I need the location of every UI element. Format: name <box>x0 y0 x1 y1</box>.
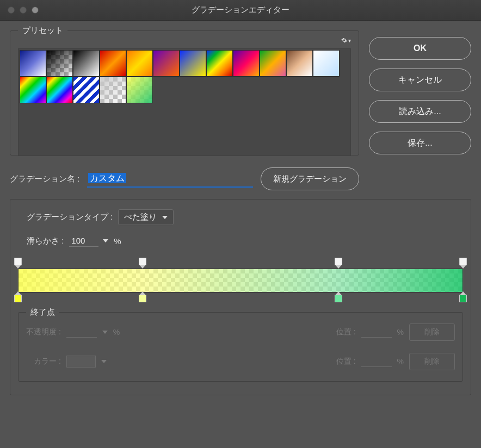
color-well <box>66 356 96 368</box>
opacity-label: 不透明度 : <box>26 327 61 337</box>
percent-label: % <box>397 328 404 337</box>
preset-swatch[interactable] <box>260 50 286 77</box>
preset-swatch[interactable] <box>180 50 206 77</box>
load-button[interactable]: 読み込み... <box>369 100 471 123</box>
chevron-down-icon <box>101 360 107 363</box>
color-stop[interactable] <box>139 295 146 302</box>
close-window-button[interactable] <box>8 7 15 14</box>
smoothness-label: 滑らかさ : <box>27 236 64 246</box>
preset-swatch[interactable] <box>233 50 260 77</box>
color-position-input <box>361 356 392 367</box>
opacity-stop[interactable] <box>14 258 22 265</box>
preset-swatch[interactable] <box>126 77 153 103</box>
gradient-name-label: グラデーション名 : <box>10 174 79 184</box>
preset-swatch[interactable] <box>126 50 153 77</box>
gradient-type-group: グラデーションタイプ : べた塗り 滑らかさ : % 終了点 不透明度 : <box>10 199 471 395</box>
chevron-down-icon[interactable] <box>103 239 108 242</box>
traffic-lights <box>0 7 39 14</box>
new-gradient-button[interactable]: 新規グラデーション <box>261 167 359 190</box>
minimize-window-button[interactable] <box>20 7 27 14</box>
percent-label: % <box>114 237 121 246</box>
preset-swatch[interactable] <box>286 50 313 77</box>
preset-swatch[interactable] <box>46 77 73 103</box>
presets-group: プリセット ▾ <box>10 30 359 155</box>
presets-legend: プリセット <box>18 26 67 36</box>
gradient-type-label: グラデーションタイプ : <box>27 212 113 222</box>
preset-swatch[interactable] <box>153 50 180 77</box>
preset-swatch[interactable] <box>313 50 340 77</box>
smoothness-input[interactable] <box>69 235 98 247</box>
preset-swatch[interactable] <box>46 50 73 77</box>
chevron-down-icon <box>102 331 108 334</box>
endpoints-group: 終了点 不透明度 : % 位置 : % 削除 カラー : 位置 : % <box>18 312 463 382</box>
opacity-stop[interactable] <box>139 258 146 265</box>
preset-swatch[interactable] <box>100 50 126 77</box>
color-label: カラー : <box>34 357 61 366</box>
percent-label: % <box>397 357 404 366</box>
preset-swatch[interactable] <box>73 50 100 77</box>
gradient-name-input[interactable]: カスタム <box>87 171 253 188</box>
preset-list[interactable] <box>18 48 351 156</box>
opacity-input <box>66 327 97 338</box>
color-stop[interactable] <box>459 295 467 302</box>
color-stop[interactable] <box>335 295 342 302</box>
position-label: 位置 : <box>336 327 356 337</box>
preset-swatch[interactable] <box>73 77 100 103</box>
opacity-stop[interactable] <box>335 258 342 265</box>
position-label: 位置 : <box>336 357 356 366</box>
opacity-stops-track[interactable] <box>18 257 463 269</box>
endpoints-legend: 終了点 <box>26 307 59 318</box>
preset-swatch[interactable] <box>100 77 126 103</box>
color-stops-track[interactable] <box>18 293 463 304</box>
window-title: グラデーションエディター <box>0 5 481 15</box>
cancel-button[interactable]: キャンセル <box>369 69 471 91</box>
chevron-down-icon <box>162 216 168 219</box>
percent-label: % <box>113 328 120 337</box>
gradient-type-select[interactable]: べた塗り <box>118 209 174 225</box>
gradient-bar[interactable] <box>18 269 463 293</box>
opacity-position-input <box>361 327 392 338</box>
color-stop[interactable] <box>14 295 22 302</box>
titlebar: グラデーションエディター <box>0 0 481 21</box>
preset-swatch[interactable] <box>20 50 46 77</box>
gradient-editor <box>18 257 463 304</box>
delete-color-stop-button: 削除 <box>409 353 455 370</box>
preset-swatch[interactable] <box>20 77 46 103</box>
delete-opacity-stop-button: 削除 <box>409 323 455 341</box>
zoom-window-button[interactable] <box>32 7 39 14</box>
opacity-stop[interactable] <box>459 258 467 265</box>
gear-icon[interactable]: ▾ <box>341 35 351 45</box>
ok-button[interactable]: OK <box>369 37 471 60</box>
preset-swatch[interactable] <box>206 50 233 77</box>
save-button[interactable]: 保存... <box>369 132 471 154</box>
